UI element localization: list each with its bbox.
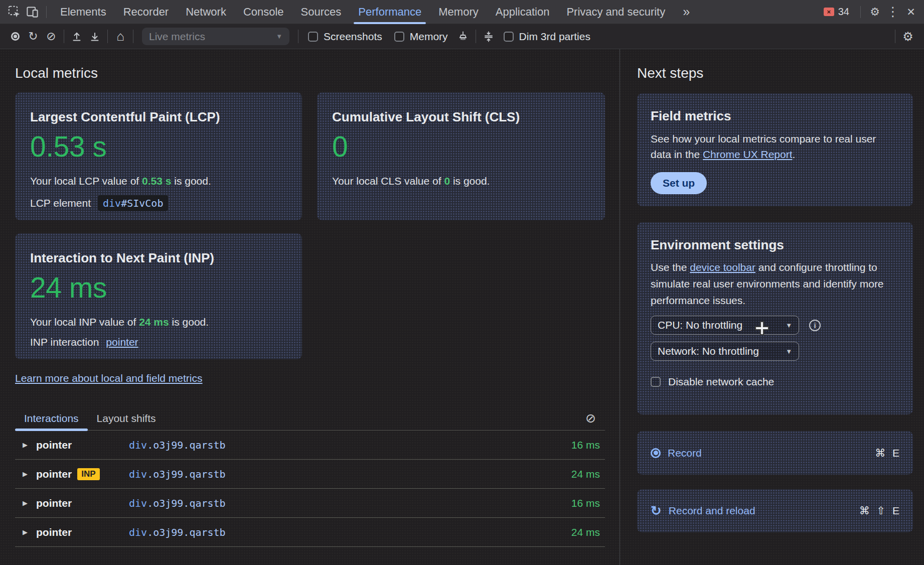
cls-card: Cumulative Layout Shift (CLS) 0 Your loc…: [317, 92, 605, 220]
disable-network-cache-label: Disable network cache: [668, 376, 774, 388]
dim-3rd-parties-checkbox[interactable]: Dim 3rd parties: [504, 31, 590, 43]
inp-description: Your local INP value of 24 ms is good.: [30, 316, 287, 328]
record-and-reload-shortcut: ⌘ ⇧ E: [859, 505, 899, 517]
node-classes: .o3j99.qarstb: [147, 497, 226, 509]
interaction-row[interactable]: ▶ pointer div.o3j99.qarstb 24 ms: [15, 518, 605, 547]
node-id: #SIvCob: [121, 197, 163, 209]
interaction-row[interactable]: ▶ pointer div.o3j99.qarstb 16 ms: [15, 489, 605, 518]
event-type: pointer: [36, 468, 72, 480]
info-icon[interactable]: i: [809, 320, 821, 331]
node-selector[interactable]: div.o3j99.qarstb: [129, 497, 226, 509]
error-flag-icon: ×: [824, 8, 834, 16]
separator: [895, 30, 895, 43]
node-classes: .o3j99.qarstb: [147, 439, 226, 451]
tab-privacy-security[interactable]: Privacy and security: [558, 0, 674, 24]
network-throttling-row: Network: No throttling ▼: [651, 342, 899, 361]
lcp-element-label: LCP element: [30, 197, 91, 209]
checkbox[interactable]: [504, 32, 514, 42]
node-selector[interactable]: div.o3j99.qarstb: [129, 439, 226, 451]
tab-elements[interactable]: Elements: [52, 0, 115, 24]
expand-caret-icon[interactable]: ▶: [23, 470, 35, 478]
cls-desc-suffix: is good.: [453, 175, 490, 187]
device-toolbar-link[interactable]: device toolbar: [690, 261, 755, 273]
local-metrics-pane: Local metrics Largest Contentful Paint (…: [0, 49, 620, 565]
garbage-collect-icon[interactable]: [454, 28, 472, 46]
record-button[interactable]: [6, 28, 24, 46]
clear-log-icon[interactable]: ⊘: [585, 411, 596, 426]
lcp-title: Largest Contentful Paint (LCP): [30, 109, 287, 125]
cpu-throttling-select[interactable]: CPU: No throttling ▼: [651, 316, 799, 335]
expand-caret-icon[interactable]: ▶: [23, 441, 35, 449]
more-tabs-icon[interactable]: »: [674, 5, 698, 19]
devtools-tabbar: Elements Recorder Network Console Source…: [0, 0, 924, 24]
separator: [298, 30, 298, 43]
device-toolbar-icon[interactable]: [23, 3, 41, 21]
checkbox[interactable]: [394, 32, 404, 42]
save-profile-icon[interactable]: [86, 28, 104, 46]
inp-interaction-link[interactable]: pointer: [106, 336, 138, 348]
tab-application[interactable]: Application: [487, 0, 558, 24]
issues-badge[interactable]: × 34: [824, 6, 849, 18]
inp-desc-text: Your local INP value of: [30, 316, 136, 328]
network-throttling-select[interactable]: Network: No throttling ▼: [651, 342, 799, 361]
cls-desc-text: Your local CLS value of: [332, 175, 441, 187]
next-steps-heading: Next steps: [637, 66, 924, 81]
inspect-element-icon[interactable]: [5, 3, 23, 21]
close-icon[interactable]: ✕: [902, 3, 920, 21]
learn-more-link[interactable]: Learn more about local and field metrics: [15, 372, 203, 384]
expand-caret-icon[interactable]: ▶: [23, 528, 35, 536]
tab-performance[interactable]: Performance: [350, 0, 430, 24]
error-count: 34: [838, 6, 849, 18]
tabbar-right-controls: × 34 ⚙ ⋮ ✕: [824, 3, 924, 21]
record-shortcut: ⌘ E: [875, 447, 899, 459]
separator: [46, 6, 47, 18]
environment-settings-text: Use the device toolbar and configure thr…: [651, 259, 899, 309]
tab-console[interactable]: Console: [235, 0, 292, 24]
tab-layout-shifts[interactable]: Layout shifts: [88, 408, 165, 430]
interaction-row[interactable]: ▶ pointer INP div.o3j99.qarstb 24 ms: [15, 460, 605, 489]
lcp-desc-value: 0.53 s: [142, 175, 171, 187]
tab-recorder[interactable]: Recorder: [115, 0, 177, 24]
set-up-button[interactable]: Set up: [651, 172, 707, 194]
screenshots-checkbox[interactable]: Screenshots: [308, 31, 382, 43]
local-metrics-heading: Local metrics: [15, 66, 620, 81]
record-and-reload-card[interactable]: ↻ Record and reload ⌘ ⇧ E: [637, 489, 913, 532]
tab-interactions[interactable]: Interactions: [15, 408, 88, 430]
mode-select[interactable]: Live metrics ▼: [142, 28, 289, 45]
record-and-reload-button[interactable]: ↻: [24, 28, 42, 46]
checkbox[interactable]: [308, 32, 318, 42]
metric-cards: Largest Contentful Paint (LCP) 0.53 s Yo…: [15, 92, 620, 359]
collapse-icon[interactable]: [480, 28, 498, 46]
expand-caret-icon[interactable]: ▶: [23, 499, 35, 507]
cls-value: 0: [332, 133, 590, 160]
clear-button[interactable]: ⊘: [42, 28, 60, 46]
panel-settings-gear-icon[interactable]: ⚙: [899, 28, 917, 46]
disable-network-cache-checkbox[interactable]: Disable network cache: [651, 376, 899, 388]
tab-network[interactable]: Network: [177, 0, 235, 24]
tab-sources[interactable]: Sources: [292, 0, 350, 24]
event-type: pointer: [36, 526, 72, 538]
tab-memory[interactable]: Memory: [430, 0, 487, 24]
dim-3rd-parties-label: Dim 3rd parties: [519, 31, 590, 43]
kebab-menu-icon[interactable]: ⋮: [884, 3, 902, 21]
record-icon: [651, 448, 661, 458]
devtools-window: Elements Recorder Network Console Source…: [0, 0, 924, 565]
interaction-row[interactable]: ▶ pointer div.o3j99.qarstb 16 ms: [15, 431, 605, 460]
node-selector[interactable]: div.o3j99.qarstb: [129, 526, 226, 538]
record-card[interactable]: Record ⌘ E: [637, 431, 913, 475]
separator: [476, 30, 476, 43]
load-profile-icon[interactable]: [68, 28, 86, 46]
lcp-element-row: LCP element div#SIvCob: [30, 195, 287, 211]
settings-gear-icon[interactable]: ⚙: [866, 3, 884, 21]
cls-description: Your local CLS value of 0 is good.: [332, 175, 590, 187]
lcp-element-node-link[interactable]: div#SIvCob: [98, 195, 168, 211]
inp-desc-suffix: is good.: [172, 316, 209, 328]
cls-desc-value: 0: [444, 175, 450, 187]
node-selector[interactable]: div.o3j99.qarstb: [129, 468, 226, 480]
home-icon[interactable]: ⌂: [111, 28, 129, 46]
inp-desc-value: 24 ms: [139, 316, 169, 328]
memory-checkbox[interactable]: Memory: [394, 31, 448, 43]
separator: [64, 30, 64, 43]
crux-report-link[interactable]: Chrome UX Report: [703, 149, 793, 160]
checkbox[interactable]: [651, 377, 661, 387]
